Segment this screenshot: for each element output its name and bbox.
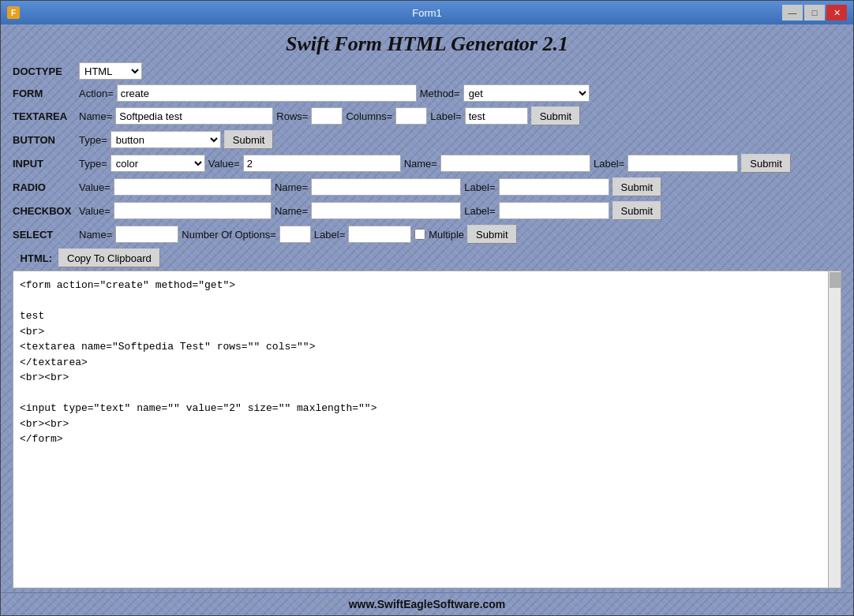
select-name-label: Name=	[79, 229, 112, 241]
select-multiple-label: Multiple	[429, 229, 464, 241]
form-action-input[interactable]	[117, 84, 417, 102]
radio-submit-button[interactable]: Submit	[612, 177, 661, 196]
input-name-label: Name=	[404, 158, 437, 170]
checkbox-value-input[interactable]	[114, 202, 272, 219]
textarea-row: TEXTAREA Name= Rows= Columns= Label= Sub…	[13, 106, 841, 125]
html-label: HTML:	[13, 252, 52, 264]
input-label-input[interactable]	[627, 155, 738, 172]
button-label: BUTTON	[13, 134, 76, 146]
radio-name-input[interactable]	[311, 178, 461, 196]
button-type-select[interactable]: button submit reset	[110, 131, 221, 148]
window: F Form1 — □ ✕ Swift Form HTML Generator …	[0, 0, 854, 616]
textarea-cols-label: Columns=	[346, 110, 392, 122]
app-icon: F	[7, 6, 20, 19]
button-type-label: Type=	[79, 134, 107, 146]
select-multiple-checkbox[interactable]	[414, 229, 425, 240]
textarea-name-label: Name=	[79, 110, 112, 122]
textarea-rows-label: Rows=	[276, 110, 308, 122]
textarea-elem-label: Label=	[430, 110, 461, 122]
input-label: INPUT	[13, 158, 76, 170]
main-content: Swift Form HTML Generator 2.1 DOCTYPE HT…	[1, 24, 853, 592]
checkbox-elem-label: Label=	[464, 205, 495, 217]
textarea-name-input[interactable]	[115, 107, 273, 125]
radio-value-label: Value=	[79, 181, 110, 193]
maximize-button[interactable]: □	[804, 5, 825, 21]
textarea-submit-button[interactable]: Submit	[531, 106, 580, 125]
select-row: SELECT Name= Number Of Options= Label= M…	[13, 225, 841, 244]
footer-text: www.SwiftEagleSoftware.com	[349, 598, 506, 610]
doctype-select[interactable]: HTML XHTML HTML5	[79, 62, 142, 80]
input-elem-label: Label=	[594, 158, 624, 170]
button-row: BUTTON Type= button submit reset Submit	[13, 130, 841, 149]
checkbox-row: CHECKBOX Value= Name= Label= Submit	[13, 201, 841, 220]
form-action-label: Action=	[79, 88, 114, 99]
copy-to-clipboard-button[interactable]: Copy To Clipboard	[58, 248, 160, 267]
checkbox-name-label: Name=	[275, 205, 308, 217]
html-output-text: <form action="create" method="get"> test…	[20, 278, 834, 447]
input-type-label: Type=	[79, 158, 107, 170]
title-bar-buttons: — □ ✕	[782, 5, 847, 21]
input-row: INPUT Type= color text password email nu…	[13, 154, 841, 173]
radio-label-input[interactable]	[499, 178, 609, 196]
textarea-rows-input[interactable]	[311, 107, 343, 125]
doctype-label: DOCTYPE	[13, 65, 76, 77]
checkbox-submit-button[interactable]: Submit	[612, 201, 661, 220]
radio-value-input[interactable]	[114, 178, 272, 196]
select-numopts-label: Number Of Options=	[182, 229, 276, 241]
select-name-input[interactable]	[115, 226, 178, 243]
input-value-label: Value=	[208, 158, 240, 170]
textarea-label-input[interactable]	[465, 107, 528, 125]
checkbox-label: CHECKBOX	[13, 205, 76, 217]
form-row: FORM Action= Method= get post	[13, 84, 841, 102]
app-title: Swift Form HTML Generator 2.1	[13, 32, 841, 56]
textarea-cols-input[interactable]	[395, 107, 427, 125]
html-output: <form action="create" method="get"> test…	[13, 271, 841, 588]
button-submit-button[interactable]: Submit	[224, 130, 273, 149]
select-label-input[interactable]	[348, 226, 411, 243]
close-button[interactable]: ✕	[826, 5, 847, 21]
minimize-button[interactable]: —	[782, 5, 803, 21]
form-label: FORM	[13, 88, 76, 99]
title-bar: F Form1 — □ ✕	[1, 1, 853, 24]
input-name-input[interactable]	[440, 155, 590, 172]
radio-name-label: Name=	[275, 181, 308, 193]
title-bar-left: F	[7, 6, 20, 19]
html-section: HTML: Copy To Clipboard	[13, 248, 841, 267]
select-label: SELECT	[13, 229, 76, 241]
form-method-label: Method=	[420, 88, 460, 99]
checkbox-name-input[interactable]	[311, 202, 461, 219]
doctype-row: DOCTYPE HTML XHTML HTML5	[13, 62, 841, 80]
input-value-input[interactable]	[243, 155, 401, 172]
radio-elem-label: Label=	[464, 181, 495, 193]
textarea-label: TEXTAREA	[13, 110, 76, 122]
select-submit-button[interactable]: Submit	[467, 225, 516, 244]
window-title: Form1	[412, 7, 442, 19]
select-elem-label: Label=	[314, 229, 345, 241]
checkbox-label-input[interactable]	[499, 202, 609, 219]
scrollbar[interactable]	[828, 271, 841, 588]
form-method-select[interactable]: get post	[463, 84, 590, 102]
footer: www.SwiftEagleSoftware.com	[1, 592, 853, 615]
radio-label: RADIO	[13, 181, 76, 193]
scrollbar-thumb[interactable]	[830, 272, 841, 288]
radio-row: RADIO Value= Name= Label= Submit	[13, 177, 841, 196]
input-type-select[interactable]: color text password email number	[110, 155, 205, 172]
select-numopts-input[interactable]	[279, 226, 311, 243]
checkbox-value-label: Value=	[79, 205, 110, 217]
input-submit-button[interactable]: Submit	[741, 154, 790, 173]
